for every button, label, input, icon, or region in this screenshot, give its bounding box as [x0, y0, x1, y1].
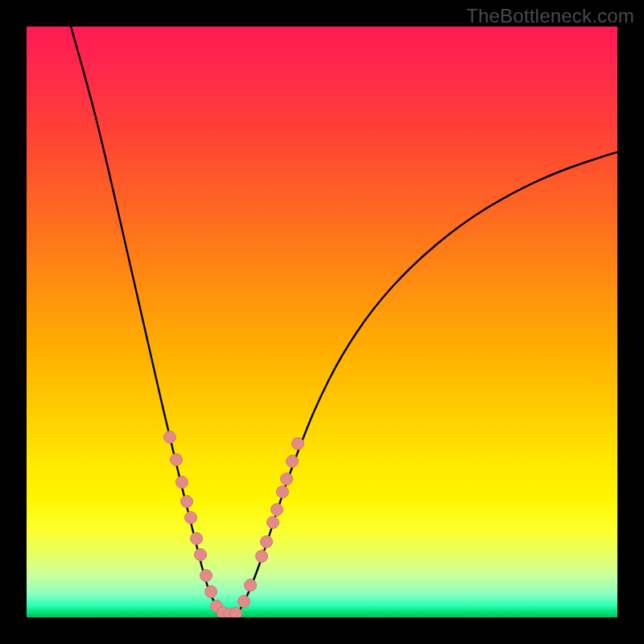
data-marker — [191, 533, 203, 545]
data-marker — [281, 473, 293, 485]
data-marker — [277, 486, 289, 498]
data-marker — [181, 496, 193, 508]
chart-frame: TheBottleneck.com — [0, 0, 644, 644]
data-marker — [205, 586, 217, 598]
curve-layer — [27, 27, 617, 617]
data-marker — [195, 549, 207, 561]
curve-right-branch — [237, 152, 617, 614]
curve-left-branch — [71, 27, 224, 614]
watermark-text: TheBottleneck.com — [466, 5, 634, 27]
data-markers — [164, 431, 304, 618]
data-marker — [245, 580, 257, 592]
plot-area — [27, 27, 617, 617]
data-marker — [230, 608, 242, 618]
data-marker — [267, 517, 279, 529]
data-marker — [185, 512, 197, 524]
data-marker — [292, 438, 304, 450]
data-marker — [171, 454, 183, 466]
data-marker — [256, 551, 268, 563]
data-marker — [287, 456, 299, 468]
data-marker — [200, 570, 213, 582]
data-marker — [271, 504, 283, 516]
data-marker — [238, 596, 250, 608]
data-marker — [164, 431, 176, 444]
data-marker — [176, 477, 188, 489]
data-marker — [261, 536, 273, 548]
